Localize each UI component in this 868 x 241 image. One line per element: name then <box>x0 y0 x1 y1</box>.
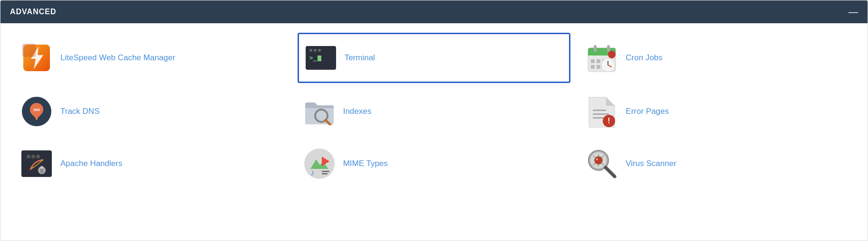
svg-rect-22 <box>593 113 609 115</box>
terminal-dots <box>309 49 332 52</box>
svg-rect-2 <box>22 44 36 57</box>
cronjobs-icon <box>586 42 617 74</box>
trackdns-label: Track DNS <box>60 106 100 117</box>
indexes-icon <box>304 98 335 125</box>
menu-item-litespeed[interactable]: LiteSpeed Web Cache Manager <box>15 33 288 83</box>
virusscanner-icon-wrap <box>586 148 618 180</box>
terminal-dot-3 <box>318 49 321 52</box>
svg-rect-14 <box>597 65 600 69</box>
litespeed-label: LiteSpeed Web Cache Manager <box>60 53 175 63</box>
svg-text:!: ! <box>608 117 610 125</box>
errorpages-icon-wrap: ! <box>586 95 618 128</box>
litespeed-icon <box>21 43 52 73</box>
svg-point-32 <box>40 166 43 169</box>
trackdns-icon-wrap: DNS <box>20 95 53 128</box>
svg-rect-10 <box>597 59 600 63</box>
panel-title: ADVANCED <box>10 8 56 16</box>
virusscanner-label: Virus Scanner <box>626 158 676 169</box>
litespeed-icon-wrap <box>20 42 53 74</box>
apachehandlers-label: Apache Handlers <box>60 158 122 169</box>
dns-pin-head: DNS <box>27 100 46 119</box>
svg-point-42 <box>595 157 602 164</box>
svg-point-43 <box>596 158 598 160</box>
errorpages-icon: ! <box>587 95 617 128</box>
menu-item-mimetypes[interactable]: ♪ MIME Types <box>298 140 571 187</box>
svg-rect-9 <box>591 59 595 63</box>
menu-item-errorpages[interactable]: ! Error Pages <box>580 88 853 135</box>
svg-rect-7 <box>594 45 597 52</box>
apachehandlers-icon-wrap <box>20 148 53 180</box>
terminal-label: Terminal <box>345 53 375 63</box>
errorpages-label: Error Pages <box>626 106 669 117</box>
svg-point-27 <box>27 155 30 158</box>
menu-item-indexes[interactable]: Indexes <box>298 88 571 135</box>
svg-point-28 <box>31 155 35 158</box>
indexes-label: Indexes <box>343 106 372 117</box>
dns-pin-text: DNS <box>33 108 39 111</box>
terminal-dot-2 <box>314 49 317 52</box>
virusscanner-icon <box>586 148 617 179</box>
svg-point-29 <box>36 155 40 158</box>
terminal-prompt: >_ <box>309 54 332 61</box>
svg-line-50 <box>606 167 615 176</box>
svg-rect-23 <box>593 117 603 119</box>
terminal-dot-1 <box>309 49 312 52</box>
svg-text:♪: ♪ <box>310 168 315 177</box>
terminal-icon: >_ <box>306 46 336 70</box>
menu-item-cronjobs[interactable]: Cron Jobs <box>580 33 853 83</box>
svg-rect-13 <box>591 65 595 69</box>
panel-header: ADVANCED — <box>0 0 868 23</box>
panel-body: LiteSpeed Web Cache Manager >_ Terminal <box>0 23 868 197</box>
menu-item-terminal[interactable]: >_ Terminal <box>298 33 571 83</box>
apache-icon <box>21 150 52 177</box>
apache-terminal-icon <box>25 153 48 174</box>
minimize-button[interactable]: — <box>849 7 858 17</box>
svg-rect-21 <box>593 110 606 111</box>
terminal-icon-wrap: >_ <box>305 42 337 74</box>
indexes-icon-wrap <box>303 95 336 128</box>
menu-item-trackdns[interactable]: DNS Track DNS <box>15 88 288 135</box>
terminal-cursor <box>318 56 321 61</box>
dns-pin: DNS <box>30 103 43 120</box>
cronjobs-label: Cron Jobs <box>626 53 662 63</box>
svg-point-6 <box>608 51 616 58</box>
dns-icon: DNS <box>22 97 51 126</box>
advanced-panel: ADVANCED — LiteSpe <box>0 0 868 241</box>
svg-rect-37 <box>322 171 329 172</box>
svg-rect-38 <box>322 173 328 175</box>
mime-icon: ♪ <box>304 148 335 179</box>
svg-rect-8 <box>607 45 610 52</box>
svg-point-33 <box>304 148 335 179</box>
mimetypes-label: MIME Types <box>343 158 388 169</box>
cronjobs-icon-wrap <box>586 42 618 74</box>
mimetypes-icon-wrap: ♪ <box>303 148 336 180</box>
menu-item-virusscanner[interactable]: Virus Scanner <box>580 140 853 187</box>
menu-item-apachehandlers[interactable]: Apache Handlers <box>15 140 288 187</box>
